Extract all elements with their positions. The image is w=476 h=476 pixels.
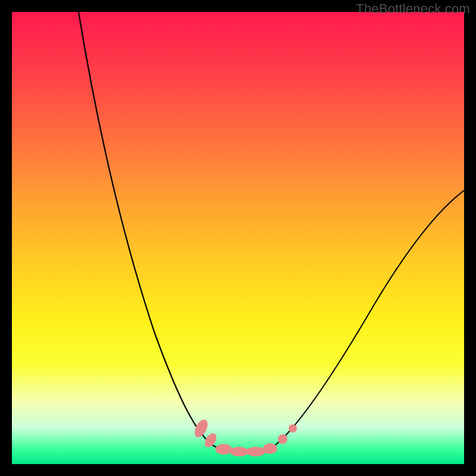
- svg-point-0: [192, 418, 211, 440]
- watermark-text: TheBottleneck.com: [356, 1, 470, 17]
- valley-marker-group: [192, 418, 297, 456]
- svg-point-3: [230, 447, 249, 456]
- chart-frame: TheBottleneck.com: [0, 0, 476, 476]
- curve-right-branch: [274, 190, 464, 446]
- svg-point-2: [215, 444, 232, 455]
- svg-point-6: [278, 434, 287, 444]
- svg-point-7: [289, 424, 297, 433]
- svg-point-4: [246, 447, 265, 456]
- curve-left-branch: [79, 12, 214, 446]
- chart-plot-area: [12, 12, 464, 464]
- bottleneck-curve: [12, 12, 464, 464]
- svg-point-5: [263, 443, 277, 454]
